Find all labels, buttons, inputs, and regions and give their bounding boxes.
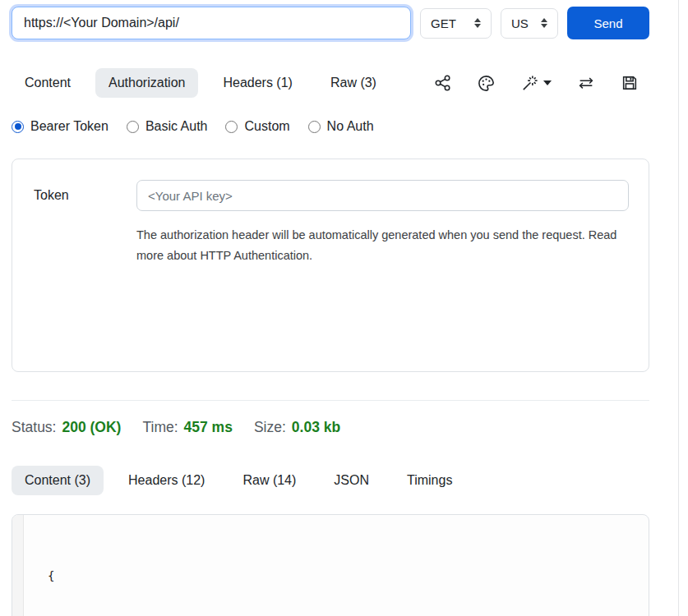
radio-custom-label: Custom: [244, 119, 289, 134]
resp-tab-raw[interactable]: Raw (14): [229, 466, 309, 495]
url-input[interactable]: [12, 7, 411, 39]
status-label: Status:: [12, 419, 56, 436]
swap-arrows-icon[interactable]: [576, 74, 596, 92]
tab-authorization[interactable]: Authorization: [95, 68, 198, 98]
tab-headers[interactable]: Headers (1): [210, 68, 305, 98]
radio-basic-auth[interactable]: Basic Auth: [127, 119, 208, 134]
json-open-brace: {: [48, 569, 54, 582]
response-tabs: Content (3) Headers (12) Raw (14) JSON T…: [12, 466, 649, 495]
palette-icon[interactable]: [477, 74, 496, 93]
time-value: 457 ms: [184, 419, 233, 436]
save-icon[interactable]: [621, 74, 639, 92]
locale-select[interactable]: US: [501, 8, 558, 39]
response-status-bar: Status: 200 (OK) Time: 457 ms Size: 0.03…: [12, 419, 649, 436]
resp-tab-content[interactable]: Content (3): [12, 466, 104, 495]
response-json[interactable]: { "message": "API running." }: [24, 515, 316, 616]
radio-icon: [308, 121, 321, 133]
radio-selected-icon: [12, 121, 24, 133]
radio-icon: [225, 121, 238, 133]
radio-noauth-label: No Auth: [327, 119, 374, 134]
method-select[interactable]: GET: [420, 8, 492, 39]
radio-bearer-label: Bearer Token: [30, 119, 109, 134]
resp-tab-headers[interactable]: Headers (12): [115, 466, 218, 495]
token-label: Token: [34, 188, 136, 203]
toolbar-icons: [434, 74, 649, 93]
updown-arrows-icon: [541, 18, 547, 28]
radio-custom[interactable]: Custom: [225, 119, 289, 134]
caret-down-icon: [543, 80, 552, 85]
method-select-value: GET: [431, 16, 456, 30]
radio-icon: [127, 121, 139, 133]
size-value: 0.03 kb: [292, 419, 340, 436]
tab-raw[interactable]: Raw (3): [317, 68, 390, 98]
updown-arrows-icon: [474, 18, 481, 28]
radio-bearer-token[interactable]: Bearer Token: [12, 119, 109, 134]
auth-help-text: The authorization header will be automat…: [136, 225, 629, 266]
response-body-panel: { "message": "API running." }: [12, 514, 649, 616]
send-button[interactable]: Send: [567, 7, 649, 39]
resp-tab-json[interactable]: JSON: [321, 466, 382, 495]
share-icon[interactable]: [434, 74, 452, 92]
bearer-token-panel: Token The authorization header will be a…: [12, 159, 649, 372]
response-divider: [12, 400, 649, 401]
request-bar: GET US Send: [12, 7, 649, 39]
size-label: Size:: [254, 419, 286, 436]
radio-no-auth[interactable]: No Auth: [308, 119, 374, 134]
token-input[interactable]: [136, 180, 629, 211]
status-value: 200 (OK): [62, 419, 121, 436]
request-tabs: Content Authorization Headers (1) Raw (3…: [12, 68, 649, 98]
locale-select-value: US: [511, 16, 529, 30]
magic-wand-icon[interactable]: [520, 74, 552, 93]
right-divider: [678, 0, 679, 616]
time-label: Time:: [142, 419, 178, 436]
code-gutter: [12, 515, 24, 616]
auth-type-options: Bearer Token Basic Auth Custom No Auth: [12, 119, 649, 134]
radio-basic-label: Basic Auth: [145, 119, 208, 134]
tab-content[interactable]: Content: [12, 68, 84, 98]
resp-tab-timings[interactable]: Timings: [394, 466, 465, 495]
reqbin-app: GET US Send Content Authorization Header…: [0, 0, 688, 616]
